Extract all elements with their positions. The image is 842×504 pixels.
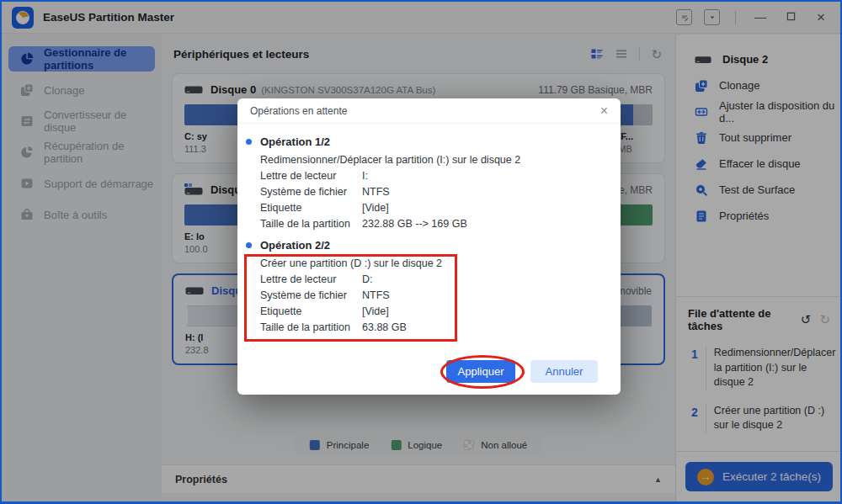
dialog-header: Opérations en attente × <box>237 98 621 124</box>
cancel-button[interactable]: Annuler <box>530 360 598 383</box>
pending-operations-dialog: Opérations en attente × Opération 1/2 Re… <box>237 98 621 395</box>
app-window: EaseUS Partition Master — × Gestionnaire… <box>0 0 842 504</box>
operation-1-heading: Opération 1/2 <box>260 135 598 148</box>
operation-2-description: Créer une partition (D :) sur le disque … <box>260 257 598 270</box>
bullet-icon <box>246 242 252 248</box>
dialog-title: Opérations en attente <box>250 105 347 117</box>
dialog-body: Opération 1/2 Redimensionner/Déplacer la… <box>237 124 621 334</box>
operation-1-description: Redimensionner/Déplacer la partition (I:… <box>260 154 598 167</box>
dialog-close-icon[interactable]: × <box>600 104 608 118</box>
apply-button[interactable]: Appliquer <box>446 360 515 383</box>
bullet-icon <box>246 139 252 145</box>
operation-2-heading: Opération 2/2 <box>260 239 598 252</box>
